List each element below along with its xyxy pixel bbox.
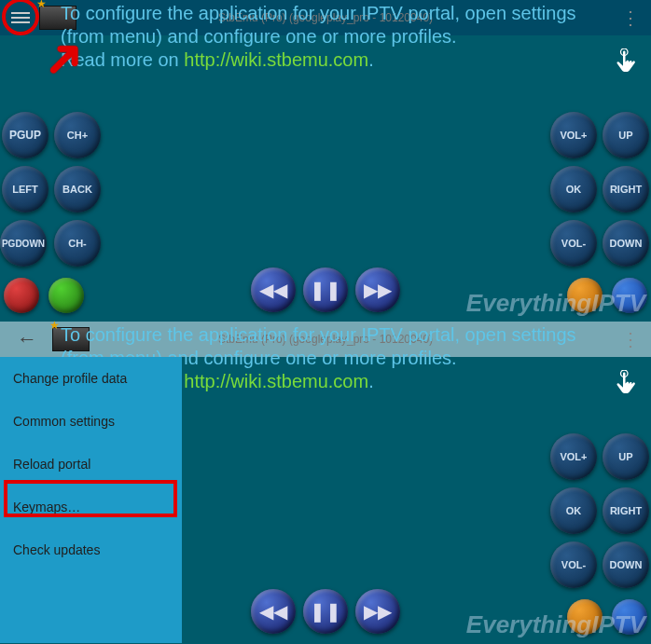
screenshot-top: To configure the application for your IP… (0, 0, 651, 322)
menu-item-check-updates[interactable]: Check updates (0, 528, 182, 571)
info-line1: To configure the application for your IP… (61, 3, 576, 23)
volplus-button[interactable]: VOL+ (550, 112, 597, 158)
chplus-button[interactable]: CH+ (54, 112, 101, 158)
orange-button[interactable] (567, 599, 603, 635)
side-menu: Change profile data Common settings Relo… (0, 357, 182, 643)
pause-button[interactable]: ❚❚ (303, 267, 348, 312)
pause-button[interactable]: ❚❚ (303, 589, 348, 634)
menu-item-keymaps[interactable]: Keymaps… (0, 486, 182, 528)
right-button[interactable]: RIGHT (603, 487, 649, 534)
back-arrow-icon[interactable]: ← (9, 327, 45, 351)
menu-item-profile-data[interactable]: Change profile data (0, 357, 182, 400)
rewind-button[interactable]: ◀◀ (251, 589, 296, 634)
pgup-button[interactable]: PGUP (2, 112, 48, 158)
overflow-menu-icon[interactable]: ⋮ (621, 328, 640, 350)
down-button[interactable]: DOWN (603, 220, 649, 267)
info-line1: To configure the application for your IP… (61, 324, 576, 345)
ok-button[interactable]: OK (550, 487, 597, 534)
right-button[interactable]: RIGHT (603, 166, 649, 212)
overflow-menu-icon[interactable]: ⋮ (621, 7, 640, 29)
info-link[interactable]: http://wiki.stbemu.com (184, 371, 368, 391)
up-button[interactable]: UP (603, 112, 649, 158)
menu-item-common-settings[interactable]: Common settings (0, 400, 182, 443)
info-line2: (from menu) and configure one or more pr… (61, 26, 457, 47)
ok-button[interactable]: OK (550, 166, 597, 212)
touch-pointer-icon[interactable] (614, 370, 642, 398)
screenshot-bottom: To configure the application for your IP… (0, 322, 651, 643)
up-button[interactable]: UP (603, 433, 649, 480)
volminus-button[interactable]: VOL- (550, 220, 597, 267)
back-button[interactable]: BACK (54, 166, 101, 212)
blue-button[interactable] (612, 599, 647, 635)
orange-button[interactable] (567, 278, 603, 313)
left-button[interactable]: LEFT (2, 166, 48, 212)
blue-button[interactable] (612, 278, 647, 313)
touch-pointer-icon[interactable] (614, 48, 642, 76)
volplus-button[interactable]: VOL+ (550, 433, 597, 480)
media-controls: ◀◀ ❚❚ ▶▶ (251, 267, 400, 312)
media-controls: ◀◀ ❚❚ ▶▶ (251, 589, 400, 634)
info-line3: Read more on (61, 49, 184, 70)
volminus-button[interactable]: VOL- (550, 541, 597, 588)
info-text: To configure the application for your IP… (61, 2, 614, 72)
rewind-button[interactable]: ◀◀ (251, 267, 296, 312)
green-button[interactable] (48, 278, 84, 313)
fastforward-button[interactable]: ▶▶ (355, 267, 400, 312)
chminus-button[interactable]: CH- (54, 220, 101, 267)
down-button[interactable]: DOWN (603, 541, 649, 588)
fastforward-button[interactable]: ▶▶ (355, 589, 400, 634)
info-link[interactable]: http://wiki.stbemu.com (184, 49, 368, 70)
pgdown-button[interactable]: PGDOWN (0, 220, 47, 267)
red-button[interactable] (4, 278, 39, 313)
hamburger-menu-icon[interactable] (9, 7, 32, 29)
menu-item-reload-portal[interactable]: Reload portal (0, 443, 182, 486)
